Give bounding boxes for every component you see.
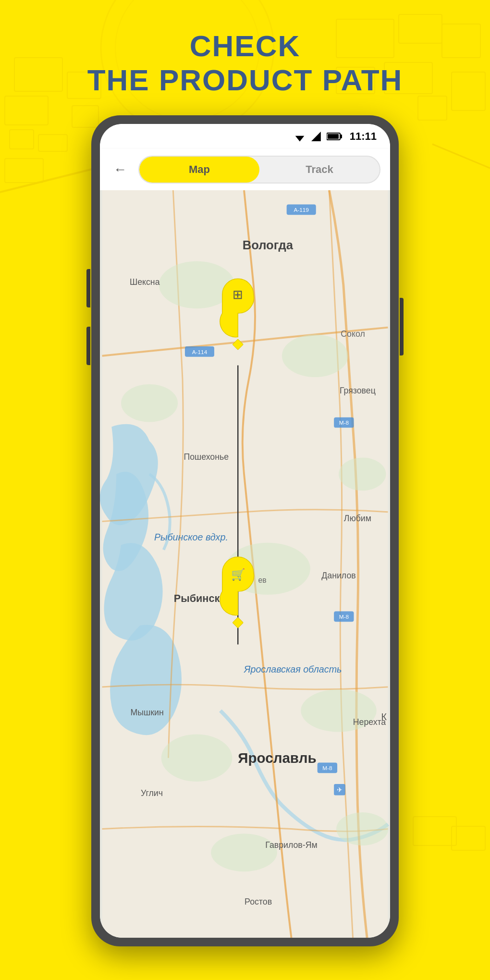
tab-map[interactable]: Map (139, 157, 259, 183)
svg-text:А-119: А-119 (294, 207, 308, 213)
signal-icon (311, 131, 322, 142)
svg-text:К: К (381, 711, 387, 722)
volume-up-button (86, 269, 90, 307)
status-icons: 11:11 (293, 130, 377, 143)
wifi-icon (293, 131, 306, 142)
svg-text:Мышкин: Мышкин (131, 708, 164, 717)
svg-rect-24 (340, 135, 342, 138)
svg-text:Ярославская область: Ярославская область (244, 664, 342, 675)
svg-text:ев: ев (258, 576, 267, 584)
svg-text:Шексна: Шексна (130, 277, 160, 287)
svg-text:Грязовец: Грязовец (340, 386, 376, 395)
svg-rect-25 (328, 134, 339, 139)
screen: 11:11 ← Map Track (100, 124, 390, 938)
header-section: CHECK THE PRODUCT PATH (0, 29, 490, 98)
tab-switcher: Map Track (138, 156, 380, 184)
svg-text:Ростов: Ростов (245, 897, 272, 906)
map-area: А-119 А-114 М-8 М-8 М-8 Шексна Вологда С… (100, 190, 390, 938)
tab-track[interactable]: Track (259, 157, 380, 183)
svg-text:М-8: М-8 (339, 613, 349, 620)
svg-marker-21 (295, 136, 304, 142)
phone-inner: 11:11 ← Map Track (100, 124, 390, 938)
status-bar: 11:11 (100, 124, 390, 149)
svg-text:Любим: Любим (344, 514, 371, 523)
svg-text:Углич: Углич (141, 788, 163, 798)
svg-text:⊞: ⊞ (233, 288, 243, 302)
svg-point-29 (121, 384, 178, 422)
back-button[interactable]: ← (110, 159, 131, 180)
svg-text:Пошехонье: Пошехонье (184, 452, 229, 462)
header-title: CHECK THE PRODUCT PATH (0, 29, 490, 98)
back-arrow-icon: ← (113, 162, 127, 177)
svg-marker-22 (311, 132, 321, 141)
svg-point-34 (211, 833, 277, 871)
svg-text:М-8: М-8 (322, 765, 332, 772)
svg-text:Ярославль: Ярославль (238, 750, 316, 766)
map-svg: А-119 А-114 М-8 М-8 М-8 Шексна Вологда С… (100, 190, 390, 938)
app-bar: ← Map Track (100, 149, 390, 190)
svg-text:Данилов: Данилов (321, 571, 355, 580)
svg-text:Сокол: Сокол (341, 329, 365, 339)
svg-point-35 (336, 812, 388, 845)
svg-point-28 (282, 334, 348, 377)
svg-text:М-8: М-8 (339, 419, 349, 426)
volume-down-button (86, 327, 90, 365)
power-button (400, 298, 404, 355)
svg-text:🛒: 🛒 (231, 568, 245, 581)
svg-text:Рыбинск: Рыбинск (174, 592, 220, 604)
svg-text:Рыбинское вдхр.: Рыбинское вдхр. (154, 532, 228, 542)
svg-point-32 (161, 735, 233, 782)
svg-text:✈: ✈ (337, 786, 343, 794)
phone-frame: 11:11 ← Map Track (91, 115, 399, 946)
svg-text:Вологда: Вологда (243, 238, 294, 252)
svg-text:Гаврилов-Ям: Гаврилов-Ям (265, 840, 317, 850)
battery-icon (327, 132, 342, 141)
svg-text:А-114: А-114 (192, 349, 208, 355)
svg-point-31 (339, 457, 386, 490)
status-time: 11:11 (350, 130, 377, 143)
